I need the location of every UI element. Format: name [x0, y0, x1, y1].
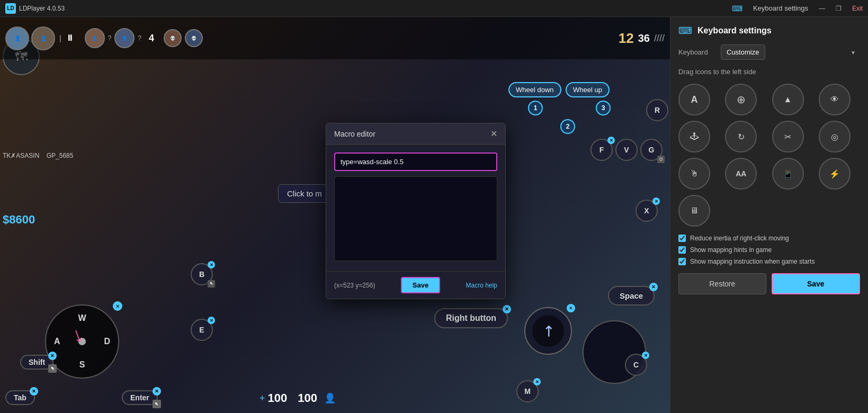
- icon-rotate[interactable]: ↻: [725, 121, 757, 152]
- m-key[interactable]: ✕ M: [516, 380, 539, 402]
- window-controls: ⌨ Keyboard settings — ❐ Exit: [732, 4, 863, 13]
- icon-bullet[interactable]: ▲: [772, 84, 804, 115]
- d-key: D: [104, 337, 110, 346]
- e-key[interactable]: ✕ E: [191, 319, 213, 341]
- icon-AA[interactable]: AA: [725, 158, 757, 190]
- b-key[interactable]: ✕ ✎ B: [191, 263, 213, 285]
- macro-editor-dialog: Macro editor ✕ (x=523 y=256) Save Macro …: [326, 123, 506, 299]
- wheel-up-control[interactable]: Wheel up: [566, 82, 610, 97]
- hud-score-left: 4: [149, 33, 154, 44]
- right-remove[interactable]: ✕: [503, 305, 511, 313]
- tab-remove[interactable]: ✕: [30, 387, 38, 396]
- space-button[interactable]: ✕ Space: [608, 286, 655, 306]
- icon-target[interactable]: ◎: [819, 121, 851, 152]
- team-icons: 💀 💀: [164, 29, 203, 47]
- b-edit[interactable]: ✎: [208, 280, 215, 288]
- money-display: $8600: [3, 213, 35, 227]
- health-value-1: 100: [268, 391, 288, 405]
- tab-button[interactable]: ✕ Tab: [5, 390, 35, 405]
- app-logo: LD: [5, 3, 16, 14]
- keyboard-select[interactable]: Customize: [721, 44, 765, 60]
- g-key[interactable]: ⬡ G: [640, 139, 663, 161]
- hud-score-right: 12: [619, 30, 634, 47]
- f-remove[interactable]: ✕: [607, 137, 615, 144]
- f-key[interactable]: ✕ F: [590, 139, 613, 161]
- shift-button[interactable]: ✕ ✎ Shift: [20, 355, 53, 370]
- restore-button[interactable]: ❐: [836, 5, 842, 12]
- keyboard-select-wrapper: Customize ▼: [721, 44, 860, 60]
- icon-device[interactable]: 📱: [772, 158, 804, 190]
- wasd-center-dot: [78, 338, 86, 345]
- health-ammo-hud: + 100 100 👤: [259, 391, 336, 405]
- macro-help-link[interactable]: Macro help: [466, 282, 497, 289]
- select-arrow-icon: ▼: [851, 49, 856, 55]
- e-remove[interactable]: ✕: [208, 317, 215, 324]
- enter-button[interactable]: ✕ ✎ Enter: [122, 390, 158, 405]
- save-button[interactable]: Save: [772, 273, 861, 294]
- show-hints-checkbox[interactable]: [678, 246, 686, 254]
- minimize-button[interactable]: —: [819, 5, 825, 12]
- keyboard-settings-icon: ⌨: [732, 4, 742, 13]
- right-button[interactable]: ✕ Right button: [434, 308, 508, 328]
- g-expand[interactable]: ⬡: [657, 156, 665, 163]
- v-key[interactable]: V: [615, 139, 638, 161]
- icon-grid: A ⊕ ▲ 👁 🕹 ↻ ✂ ◎ 🖱 AA 📱 ⚡ 🖥: [678, 84, 860, 227]
- hud-right-scores: 12 36 ////: [619, 30, 665, 47]
- player-avatars-left: 👤 👤 | ⏸: [5, 26, 74, 50]
- x-remove[interactable]: ✕: [652, 197, 660, 205]
- macro-text-area[interactable]: [334, 176, 497, 261]
- icon-screen[interactable]: 🖥: [678, 195, 710, 227]
- x-key[interactable]: ✕ X: [636, 200, 658, 222]
- checkbox-row-3: Show mapping instruction when game start…: [678, 258, 860, 265]
- show-instruction-label[interactable]: Show mapping instruction when game start…: [690, 258, 815, 265]
- m-remove[interactable]: ✕: [533, 378, 541, 385]
- macro-input-field[interactable]: [334, 152, 497, 171]
- click-to-message[interactable]: Click to m: [278, 184, 331, 203]
- reduce-inertia-checkbox[interactable]: [678, 235, 686, 242]
- aim-close-button[interactable]: ✕: [567, 304, 575, 312]
- icon-left-click[interactable]: 🖱: [678, 158, 710, 190]
- panel-title: Keyboard settings: [697, 26, 772, 35]
- enter-edit[interactable]: ✎: [153, 400, 161, 408]
- icon-A[interactable]: A: [678, 84, 710, 115]
- show-instruction-checkbox[interactable]: [678, 258, 686, 265]
- drag-hint: Drag icons to the left side: [678, 68, 860, 76]
- show-hints-label[interactable]: Show mapping hints in game: [690, 246, 772, 254]
- aim-arrow: ↗: [538, 320, 559, 342]
- wasd-close-button[interactable]: ✕: [113, 301, 122, 311]
- icon-crosshair[interactable]: ⊕: [725, 84, 757, 115]
- c-key[interactable]: ✕ C: [625, 354, 647, 376]
- restore-button[interactable]: Restore: [678, 273, 766, 294]
- icon-flash[interactable]: ⚡: [819, 158, 851, 190]
- a-key: A: [54, 337, 60, 346]
- reduce-inertia-label[interactable]: Reduce inertia of right-click moving: [690, 235, 789, 242]
- macro-dialog-close-button[interactable]: ✕: [490, 129, 497, 139]
- health-value-2: 100: [298, 391, 317, 405]
- right-panel: ⌨ Keyboard settings Keyboard Customize ▼…: [670, 17, 868, 413]
- wheel-down-control[interactable]: Wheel down: [508, 82, 561, 97]
- macro-dialog-title: Macro editor: [334, 130, 375, 138]
- r-key[interactable]: R: [646, 99, 668, 121]
- b-remove[interactable]: ✕: [208, 261, 215, 268]
- macro-save-button[interactable]: Save: [401, 277, 440, 293]
- panel-header: ⌨ Keyboard settings: [678, 25, 860, 37]
- c-remove[interactable]: ✕: [642, 352, 649, 359]
- team-avatar-1: 👤: [85, 28, 105, 48]
- num-1-indicator: 1: [528, 101, 543, 115]
- enter-remove[interactable]: ✕: [153, 387, 161, 396]
- macro-coords: (x=523 y=256): [334, 282, 375, 289]
- icon-scissors[interactable]: ✂: [772, 121, 804, 152]
- team-avatar-2: 👤: [114, 28, 135, 48]
- title-bar: LD LDPlayer 4.0.53 ⌨ Keyboard settings —…: [0, 0, 868, 17]
- panel-keyboard-icon: ⌨: [678, 25, 692, 37]
- aim-circle[interactable]: ✕ ↗: [524, 307, 572, 355]
- shift-edit[interactable]: ✎: [48, 364, 57, 373]
- exit-button[interactable]: Exit: [852, 5, 863, 12]
- icon-eye[interactable]: 👁: [819, 84, 851, 115]
- fvg-cluster: ✕ F V ⬡ G: [590, 139, 663, 161]
- panel-bottom-buttons: Restore Save: [678, 273, 860, 294]
- score-area: 👤 ? 👤 ? 4: [85, 28, 158, 48]
- hud-timer: 36: [638, 32, 650, 44]
- icon-joystick[interactable]: 🕹: [678, 121, 710, 152]
- shift-remove[interactable]: ✕: [48, 352, 57, 360]
